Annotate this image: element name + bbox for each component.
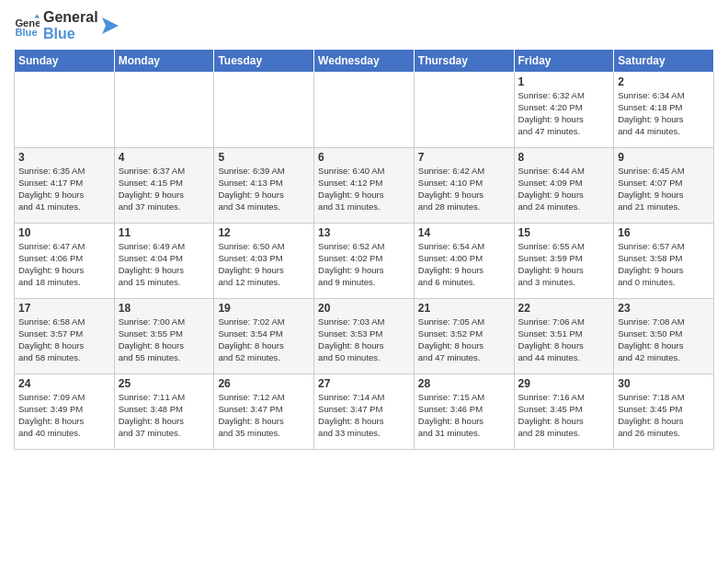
calendar-cell: [214, 73, 314, 148]
calendar-cell: 2Sunrise: 6:34 AM Sunset: 4:18 PM Daylig…: [614, 73, 714, 148]
day-info: Sunrise: 6:34 AM Sunset: 4:18 PM Dayligh…: [618, 90, 710, 137]
day-number: 14: [418, 226, 510, 239]
column-header-monday: Monday: [114, 50, 214, 73]
svg-marker-3: [102, 17, 119, 34]
day-info: Sunrise: 7:05 AM Sunset: 3:52 PM Dayligh…: [418, 316, 510, 363]
calendar-cell: 14Sunrise: 6:54 AM Sunset: 4:00 PM Dayli…: [414, 224, 514, 299]
day-info: Sunrise: 6:35 AM Sunset: 4:17 PM Dayligh…: [18, 166, 110, 213]
day-number: 25: [119, 377, 210, 390]
calendar-cell: 13Sunrise: 6:52 AM Sunset: 4:02 PM Dayli…: [314, 224, 415, 299]
calendar-cell: [414, 73, 514, 148]
logo-general: General: [43, 9, 98, 26]
day-info: Sunrise: 7:14 AM Sunset: 3:47 PM Dayligh…: [318, 392, 410, 439]
calendar-cell: 12Sunrise: 6:50 AM Sunset: 4:03 PM Dayli…: [214, 224, 314, 299]
day-number: 17: [18, 302, 110, 315]
calendar-cell: 26Sunrise: 7:12 AM Sunset: 3:47 PM Dayli…: [214, 374, 314, 450]
calendar-cell: 6Sunrise: 6:40 AM Sunset: 4:12 PM Daylig…: [314, 148, 415, 224]
day-info: Sunrise: 7:15 AM Sunset: 3:46 PM Dayligh…: [418, 392, 510, 439]
calendar-cell: 18Sunrise: 7:00 AM Sunset: 3:55 PM Dayli…: [114, 299, 214, 374]
day-info: Sunrise: 7:12 AM Sunset: 3:47 PM Dayligh…: [218, 392, 310, 439]
day-number: 7: [418, 151, 510, 164]
column-header-sunday: Sunday: [15, 50, 115, 73]
day-info: Sunrise: 6:37 AM Sunset: 4:15 PM Dayligh…: [119, 166, 210, 213]
day-number: 9: [618, 151, 710, 164]
logo: General Blue General Blue: [14, 9, 119, 41]
calendar-cell: 11Sunrise: 6:49 AM Sunset: 4:04 PM Dayli…: [114, 224, 214, 299]
day-number: 26: [218, 377, 310, 390]
day-info: Sunrise: 7:06 AM Sunset: 3:51 PM Dayligh…: [518, 316, 610, 363]
calendar-cell: 7Sunrise: 6:42 AM Sunset: 4:10 PM Daylig…: [414, 148, 514, 224]
column-header-tuesday: Tuesday: [214, 50, 314, 73]
day-number: 18: [119, 302, 210, 315]
day-info: Sunrise: 6:49 AM Sunset: 4:04 PM Dayligh…: [119, 241, 210, 288]
day-number: 13: [318, 226, 410, 239]
day-info: Sunrise: 7:11 AM Sunset: 3:48 PM Dayligh…: [119, 392, 210, 439]
day-number: 20: [318, 302, 410, 315]
calendar-cell: 16Sunrise: 6:57 AM Sunset: 3:58 PM Dayli…: [614, 224, 714, 299]
day-number: 5: [218, 151, 310, 164]
column-header-friday: Friday: [514, 50, 614, 73]
day-info: Sunrise: 6:40 AM Sunset: 4:12 PM Dayligh…: [318, 166, 410, 213]
day-number: 3: [18, 151, 110, 164]
calendar-week-row: 17Sunrise: 6:58 AM Sunset: 3:57 PM Dayli…: [15, 299, 714, 374]
calendar-cell: 1Sunrise: 6:32 AM Sunset: 4:20 PM Daylig…: [514, 73, 614, 148]
calendar-cell: 30Sunrise: 7:18 AM Sunset: 3:45 PM Dayli…: [614, 374, 714, 450]
day-info: Sunrise: 7:08 AM Sunset: 3:50 PM Dayligh…: [618, 316, 710, 363]
day-info: Sunrise: 6:52 AM Sunset: 4:02 PM Dayligh…: [318, 241, 410, 288]
day-info: Sunrise: 6:55 AM Sunset: 3:59 PM Dayligh…: [518, 241, 610, 288]
calendar-cell: 15Sunrise: 6:55 AM Sunset: 3:59 PM Dayli…: [514, 224, 614, 299]
calendar-week-row: 1Sunrise: 6:32 AM Sunset: 4:20 PM Daylig…: [15, 73, 714, 148]
calendar-cell: 28Sunrise: 7:15 AM Sunset: 3:46 PM Dayli…: [414, 374, 514, 450]
logo-blue: Blue: [43, 26, 98, 42]
day-number: 15: [518, 226, 610, 239]
day-info: Sunrise: 7:16 AM Sunset: 3:45 PM Dayligh…: [518, 392, 610, 439]
calendar-cell: [15, 73, 115, 148]
calendar-cell: 20Sunrise: 7:03 AM Sunset: 3:53 PM Dayli…: [314, 299, 415, 374]
day-number: 10: [18, 226, 110, 239]
svg-marker-2: [34, 14, 40, 17]
column-header-saturday: Saturday: [614, 50, 714, 73]
day-number: 23: [618, 302, 710, 315]
calendar-table: SundayMondayTuesdayWednesdayThursdayFrid…: [14, 49, 714, 450]
day-info: Sunrise: 7:02 AM Sunset: 3:54 PM Dayligh…: [218, 316, 310, 363]
day-number: 1: [518, 75, 610, 88]
day-number: 24: [18, 377, 110, 390]
day-number: 28: [418, 377, 510, 390]
day-info: Sunrise: 6:32 AM Sunset: 4:20 PM Dayligh…: [518, 90, 610, 137]
calendar-cell: [114, 73, 214, 148]
calendar-cell: 27Sunrise: 7:14 AM Sunset: 3:47 PM Dayli…: [314, 374, 415, 450]
calendar-week-row: 10Sunrise: 6:47 AM Sunset: 4:06 PM Dayli…: [15, 224, 714, 299]
logo-arrow-icon: [102, 17, 119, 34]
day-number: 6: [318, 151, 410, 164]
calendar-cell: 24Sunrise: 7:09 AM Sunset: 3:49 PM Dayli…: [15, 374, 115, 450]
calendar-week-row: 24Sunrise: 7:09 AM Sunset: 3:49 PM Dayli…: [15, 374, 714, 450]
column-header-wednesday: Wednesday: [314, 50, 415, 73]
day-info: Sunrise: 6:39 AM Sunset: 4:13 PM Dayligh…: [218, 166, 310, 213]
column-header-thursday: Thursday: [414, 50, 514, 73]
day-number: 22: [518, 302, 610, 315]
svg-text:Blue: Blue: [15, 27, 37, 38]
calendar-cell: 10Sunrise: 6:47 AM Sunset: 4:06 PM Dayli…: [15, 224, 115, 299]
calendar-cell: 21Sunrise: 7:05 AM Sunset: 3:52 PM Dayli…: [414, 299, 514, 374]
day-number: 30: [618, 377, 710, 390]
day-info: Sunrise: 6:50 AM Sunset: 4:03 PM Dayligh…: [218, 241, 310, 288]
calendar-cell: 29Sunrise: 7:16 AM Sunset: 3:45 PM Dayli…: [514, 374, 614, 450]
calendar-cell: 8Sunrise: 6:44 AM Sunset: 4:09 PM Daylig…: [514, 148, 614, 224]
logo-icon: General Blue: [14, 13, 40, 39]
calendar-cell: 19Sunrise: 7:02 AM Sunset: 3:54 PM Dayli…: [214, 299, 314, 374]
day-info: Sunrise: 6:47 AM Sunset: 4:06 PM Dayligh…: [18, 241, 110, 288]
day-number: 8: [518, 151, 610, 164]
day-number: 2: [618, 75, 710, 88]
day-info: Sunrise: 6:57 AM Sunset: 3:58 PM Dayligh…: [618, 241, 710, 288]
day-number: 29: [518, 377, 610, 390]
day-number: 16: [618, 226, 710, 239]
day-number: 4: [119, 151, 210, 164]
page-container: General Blue General Blue SundayMondayTu…: [0, 0, 728, 454]
day-info: Sunrise: 6:54 AM Sunset: 4:00 PM Dayligh…: [418, 241, 510, 288]
calendar-week-row: 3Sunrise: 6:35 AM Sunset: 4:17 PM Daylig…: [15, 148, 714, 224]
day-info: Sunrise: 6:45 AM Sunset: 4:07 PM Dayligh…: [618, 166, 710, 213]
calendar-cell: 23Sunrise: 7:08 AM Sunset: 3:50 PM Dayli…: [614, 299, 714, 374]
day-number: 11: [119, 226, 210, 239]
day-info: Sunrise: 6:44 AM Sunset: 4:09 PM Dayligh…: [518, 166, 610, 213]
day-info: Sunrise: 7:03 AM Sunset: 3:53 PM Dayligh…: [318, 316, 410, 363]
